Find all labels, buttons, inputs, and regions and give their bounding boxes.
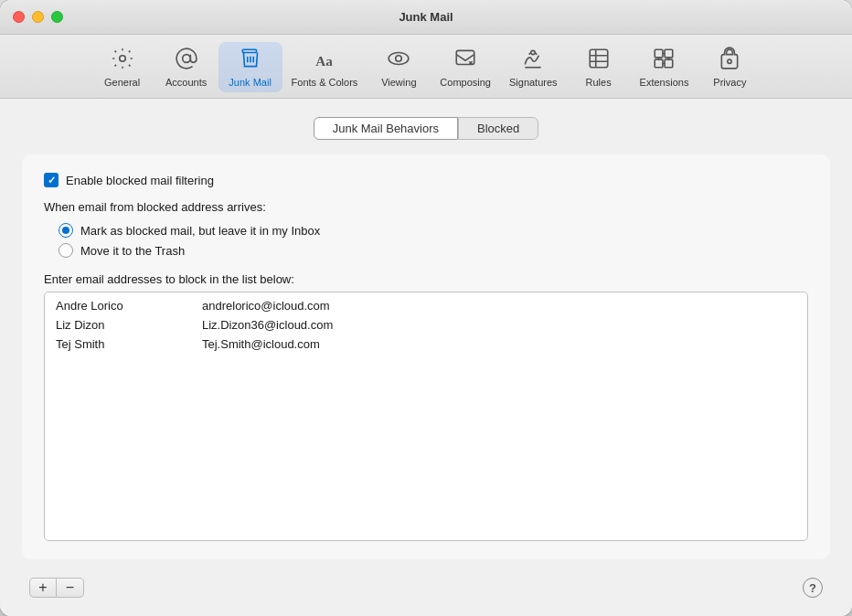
- minimize-button[interactable]: [32, 11, 44, 23]
- toolbar-label-viewing: Viewing: [381, 77, 416, 88]
- svg-point-1: [182, 55, 190, 63]
- window-title: Junk Mail: [399, 10, 453, 24]
- email-list-section: Enter email addresses to block in the li…: [44, 272, 808, 541]
- toolbar-label-junk-mail: Junk Mail: [229, 77, 271, 88]
- maximize-button[interactable]: [51, 11, 63, 23]
- main-window: Junk Mail General Accounts: [0, 0, 852, 616]
- radio-label-leave-inbox: Mark as blocked mail, but leave it in my…: [80, 224, 320, 238]
- svg-point-11: [531, 50, 535, 54]
- radio-label-move-trash: Move it to the Trash: [80, 244, 185, 258]
- email-address: andrelorico@icloud.com: [202, 299, 796, 313]
- toolbar-item-junk-mail[interactable]: Junk Mail: [218, 42, 282, 92]
- svg-point-8: [396, 56, 402, 62]
- gear-icon: [111, 47, 134, 74]
- email-list-row[interactable]: Andre Loricoandrelorico@icloud.com: [45, 296, 807, 315]
- email-list[interactable]: Andre Loricoandrelorico@icloud.comLiz Di…: [44, 292, 808, 541]
- svg-rect-15: [655, 49, 664, 58]
- toolbar-item-signatures[interactable]: Signatures: [500, 42, 567, 92]
- radio-row-leave-inbox: Mark as blocked mail, but leave it in my…: [44, 221, 808, 239]
- rules-icon: [587, 47, 611, 74]
- svg-rect-18: [666, 59, 674, 68]
- radio-row-move-trash: Move it to the Trash: [44, 241, 808, 260]
- toolbar-label-signatures: Signatures: [509, 77, 558, 88]
- svg-rect-17: [655, 59, 664, 68]
- tab-junk-mail-behaviors[interactable]: Junk Mail Behaviors: [314, 117, 458, 140]
- composing-icon: [453, 47, 477, 74]
- email-list-label: Enter email addresses to block in the li…: [44, 272, 808, 286]
- add-remove-group: + −: [29, 578, 84, 598]
- segmented-control: Junk Mail Behaviors Blocked: [22, 117, 830, 140]
- junk-mail-icon: [239, 47, 262, 74]
- radio-move-trash[interactable]: [59, 243, 73, 258]
- email-list-row[interactable]: Tej SmithTej.Smith@icloud.com: [45, 335, 807, 354]
- extensions-icon: [652, 47, 676, 74]
- remove-button[interactable]: −: [57, 578, 84, 598]
- settings-panel: ✓ Enable blocked mail filtering When ema…: [22, 154, 830, 559]
- toolbar-item-extensions[interactable]: Extensions: [631, 42, 698, 92]
- svg-line-12: [529, 53, 531, 55]
- toolbar-item-accounts[interactable]: Accounts: [154, 42, 218, 92]
- email-list-row[interactable]: Liz DizonLiz.Dizon36@icloud.com: [45, 315, 807, 335]
- toolbar-label-privacy: Privacy: [713, 77, 746, 88]
- enable-filtering-label: Enable blocked mail filtering: [66, 174, 214, 187]
- svg-point-0: [119, 56, 125, 62]
- close-button[interactable]: [13, 11, 25, 23]
- content-area: Junk Mail Behaviors Blocked ✓ Enable blo…: [0, 99, 852, 616]
- toolbar-item-general[interactable]: General: [91, 42, 154, 92]
- add-button[interactable]: +: [29, 578, 57, 598]
- toolbar-label-rules: Rules: [586, 77, 612, 88]
- radio-group-label: When email from blocked address arrives:: [44, 200, 808, 214]
- email-name: Liz Dizon: [56, 318, 202, 332]
- svg-rect-2: [242, 49, 256, 52]
- toolbar-label-general: General: [104, 77, 140, 88]
- svg-point-7: [389, 53, 410, 65]
- toolbar: General Accounts: [0, 35, 852, 99]
- toolbar-item-rules[interactable]: Rules: [567, 42, 631, 92]
- email-address: Liz.Dizon36@icloud.com: [202, 318, 796, 332]
- email-address: Tej.Smith@icloud.com: [202, 337, 796, 351]
- toolbar-item-viewing[interactable]: Viewing: [367, 42, 431, 92]
- enable-filtering-row: ✓ Enable blocked mail filtering: [44, 173, 808, 187]
- toolbar-label-extensions: Extensions: [640, 77, 689, 88]
- email-name: Tej Smith: [56, 337, 202, 351]
- toolbar-item-fonts-colors[interactable]: Aa Fonts & Colors: [282, 42, 367, 92]
- email-name: Andre Lorico: [56, 299, 202, 313]
- toolbar-item-composing[interactable]: Composing: [431, 42, 500, 92]
- titlebar: Junk Mail: [0, 0, 852, 35]
- toolbar-label-fonts-colors: Fonts & Colors: [292, 77, 358, 88]
- viewing-icon: [387, 47, 410, 74]
- svg-rect-14: [590, 49, 608, 68]
- enable-filtering-checkbox[interactable]: ✓: [44, 173, 59, 187]
- svg-rect-16: [666, 49, 674, 58]
- radio-leave-inbox[interactable]: [59, 223, 73, 238]
- svg-text:Aa: Aa: [315, 53, 333, 69]
- privacy-icon: [718, 47, 741, 74]
- traffic-lights: [13, 11, 63, 23]
- signatures-icon: [521, 47, 545, 74]
- checkmark-icon: ✓: [48, 175, 56, 186]
- svg-line-13: [535, 53, 537, 55]
- fonts-icon: Aa: [313, 47, 336, 74]
- tab-blocked[interactable]: Blocked: [458, 117, 538, 140]
- bottom-bar: + − ?: [22, 574, 830, 601]
- help-button[interactable]: ?: [803, 578, 823, 598]
- at-icon: [175, 47, 198, 74]
- toolbar-label-accounts: Accounts: [165, 77, 207, 88]
- toolbar-label-composing: Composing: [440, 77, 491, 88]
- toolbar-item-privacy[interactable]: Privacy: [698, 42, 761, 92]
- arrival-radio-group: When email from blocked address arrives:…: [44, 200, 808, 260]
